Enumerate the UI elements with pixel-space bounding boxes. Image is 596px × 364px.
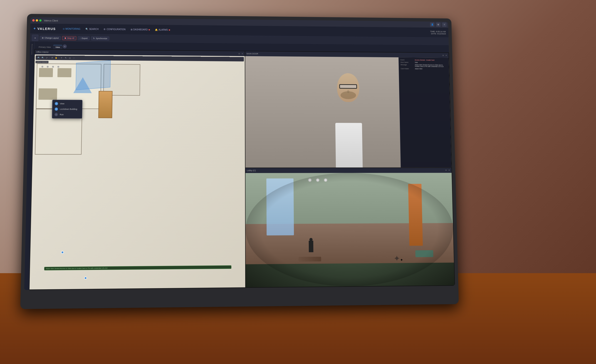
nav-search[interactable]: 🔍 SEARCH (83, 27, 101, 31)
stop-all-button[interactable]: ⏹ Stop All (62, 36, 76, 40)
context-view-icon: ⊙ (55, 102, 58, 105)
fp-light-2 (47, 66, 49, 68)
fp-shape-button[interactable]: ◻ (68, 56, 72, 60)
event-value: Access Denied - Invalid Card (415, 59, 447, 61)
alert-tooltip-text: Adam Weir Denied Access to Side due to I… (46, 267, 108, 269)
nav-alarms-label: ALARMS (158, 29, 168, 31)
main-door-panel-body: Event Access Denied - Invalid Card Door … (245, 56, 451, 167)
export-button[interactable]: ↑ Export (78, 36, 90, 40)
nav-monitoring-label: MONITORING (65, 28, 80, 30)
main-nav: ⊙ MONITORING 🔍 SEARCH ⚙ CONFIGURATION ⊞ … (60, 27, 172, 32)
nav-dashboard[interactable]: ⊞ DASHBOARD (128, 28, 152, 32)
search-icon: 🔍 (85, 28, 88, 30)
tab-view[interactable]: View (53, 45, 62, 49)
nav-config-label: CONFIGURATION (106, 28, 126, 31)
main-door-panel-controls: ≡ × (442, 54, 447, 57)
context-run-item[interactable]: ◻ Run (52, 112, 82, 117)
message-row: Message Adam Weir Denied Access to Side … (401, 64, 447, 67)
dashboard-alert-dot (149, 29, 150, 30)
tab-primary-view-label: Primary View (39, 46, 51, 48)
header-time: TIME: 9:05:14 AM DATE: 5/12/2023 (430, 30, 446, 35)
floorplan-panel-body[interactable]: +🔍 -🔍 ⤢ ↺ ✋ T ✎ ◻ (30, 54, 245, 290)
fp-pan-button[interactable]: ✋ (54, 56, 58, 59)
minimize-window-button[interactable] (36, 19, 38, 22)
context-view-label: View (60, 102, 65, 105)
add-tab-button[interactable]: + (63, 44, 67, 48)
context-menu: ⊙ View ⊙ Lockdown Building ◻ (52, 100, 82, 119)
fp-zoom-fit-button[interactable]: ⤢ (45, 56, 49, 59)
main-layout: Resources Primary View View + (24, 42, 455, 290)
fp-view-cone (73, 77, 92, 93)
sidebar-toggle-button[interactable]: » (32, 35, 38, 41)
fp-furniture-desk (39, 68, 53, 77)
nav-configuration[interactable]: ⚙ CONFIGURATION (101, 27, 128, 32)
fp-text-button[interactable]: T (60, 56, 64, 60)
nav-dashboard-label: DASHBOARD (133, 28, 148, 31)
stop-icon: ⏹ (64, 37, 66, 39)
card-holder-value: Adam Weir (415, 68, 447, 70)
door-name-label: Door Name (401, 61, 415, 63)
sidebar-label: Resources (31, 44, 33, 55)
window-top-icons: 👤 ⚙ ? (430, 22, 447, 27)
nav-alarms[interactable]: 🔔 ALARMS (153, 28, 172, 32)
fp-zoom-in-button[interactable]: +🔍 (37, 56, 40, 59)
fp-zoom-out-button[interactable]: -🔍 (41, 56, 45, 59)
settings-icon[interactable]: ⚙ (436, 22, 440, 27)
event-label: Event (401, 59, 415, 61)
screen-content: Valerus Client 👤 ⚙ ? ✦ VALERUS ⊙ MONITOR… (24, 17, 455, 290)
fp-furniture-sofa (38, 88, 57, 100)
context-lockdown-item[interactable]: ⊙ Lockdown Building (52, 106, 82, 112)
close-window-button[interactable] (32, 19, 35, 22)
help-icon[interactable]: ? (442, 22, 447, 27)
lobby-camera-feed: ✦ (246, 173, 454, 288)
change-layout-button[interactable]: ⊞ Change Layout (40, 36, 61, 40)
camera-main-close-button[interactable]: × (445, 54, 447, 57)
config-icon: ⚙ (104, 28, 105, 30)
fp-light-1 (41, 66, 43, 68)
export-icon: ↑ (80, 37, 81, 39)
fp-rotate-button[interactable]: ↺ (50, 56, 54, 59)
stop-all-label: Stop All (67, 37, 74, 39)
fp-draw-button[interactable]: ✎ (64, 56, 68, 60)
fp-more-button[interactable]: ⋯ (72, 56, 76, 60)
monitoring-icon: ⊙ (63, 28, 65, 30)
fp-door-dot-3 (84, 277, 87, 280)
alarms-icon: 🔔 (155, 29, 157, 31)
message-label: Message (401, 64, 415, 67)
current-date: DATE: 5/12/2023 (430, 32, 446, 35)
fp-separator-2 (59, 57, 59, 59)
synchronize-button[interactable]: ↻ Synchronize (91, 36, 109, 40)
event-row: Event Access Denied - Invalid Card (401, 59, 447, 61)
maximize-window-button[interactable] (39, 19, 42, 22)
face-oval (337, 73, 359, 102)
message-value: Adam Weir Denied Access to Side due to I… (415, 64, 447, 67)
camera-main-menu-button[interactable]: ≡ (442, 54, 444, 57)
fp-lights (41, 66, 59, 68)
change-layout-label: Change Layout (45, 37, 59, 39)
camera-lobby-menu-button[interactable]: ≡ (445, 169, 447, 171)
camera-lobby-close-button[interactable]: × (448, 169, 450, 171)
nav-monitoring[interactable]: ⊙ MONITORING (60, 27, 83, 31)
main-door-camera-panel: MAIN DOOR ≡ × (245, 51, 451, 168)
export-label: Export (82, 37, 88, 39)
face-beard (341, 91, 356, 99)
lobby-panel-controls: ≡ × (445, 169, 450, 171)
door-name-row: Door Name Side (401, 61, 447, 63)
floorplan-panel: Office Interior ≡ × (30, 50, 245, 290)
floorplan-room-label: Office Interior (35, 61, 48, 63)
user-icon[interactable]: 👤 (430, 22, 435, 27)
dashboard-icon: ⊞ (131, 28, 132, 31)
context-view-item[interactable]: ⊙ View (52, 101, 82, 106)
floorplan-menu-button[interactable]: ≡ (238, 52, 240, 55)
floorplan-close-button[interactable]: × (241, 52, 243, 55)
tab-view-label: View (55, 46, 60, 48)
fp-light-4 (57, 66, 59, 68)
alarms-alert-dot (169, 29, 170, 31)
lobby-panel-body: ✦ (246, 173, 454, 288)
person-body (335, 123, 363, 167)
synchronize-label: Synchronize (96, 37, 107, 39)
tab-primary-view[interactable]: Primary View (36, 45, 53, 49)
context-lockdown-label: Lockdown Building (60, 108, 77, 110)
layout-icon: ⊞ (42, 37, 44, 39)
fp-light-3 (52, 66, 54, 68)
